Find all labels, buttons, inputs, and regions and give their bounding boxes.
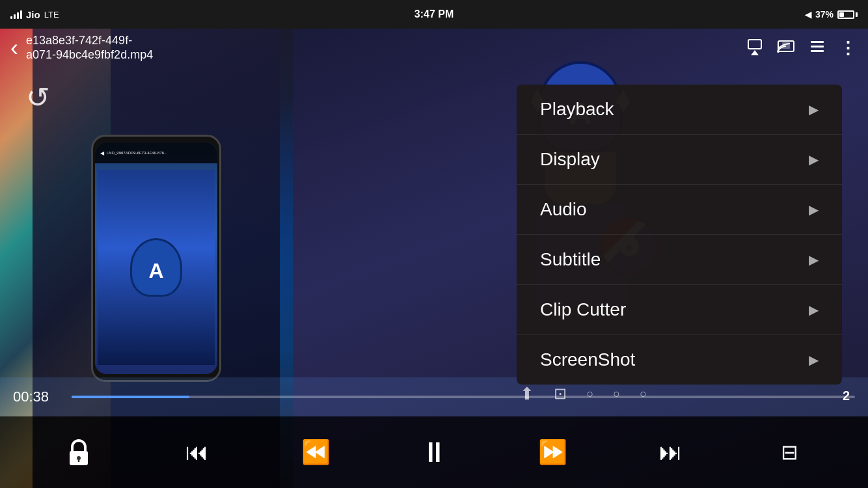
list-button[interactable] [808,37,826,59]
status-bar: Jio LTE 3:47 PM ◀ 37% [0,0,868,29]
top-nav: ‹ e13a8e3f-742f-449f-a071-94bc4e9fbf2d.m… [0,29,868,68]
menu-playback-label: Playback [540,99,614,120]
menu-item-playback[interactable]: Playback ▶ [517,85,842,135]
skip-forward-button[interactable]: ⏭ [651,433,690,472]
zoom-icon[interactable]: ⊡ [554,385,567,403]
bottom-toolbar: ⏮ ⏪ ⏸ ⏩ ⏭ ⊟ [0,416,868,488]
subtitle-chevron: ▶ [809,252,819,267]
menu-audio-label: Audio [540,199,587,220]
rewind-button[interactable]: ⏪ [296,433,335,472]
menu-item-subtitle[interactable]: Subtitle ▶ [517,235,842,285]
dot-icon-2: ○ [613,387,620,401]
phone-screen: ◀ LND_9967ADD9-6F73-4F40-876... A [95,142,217,374]
screenshot-chevron: ▶ [809,352,819,368]
lock-icon [66,437,92,468]
file-name: e13a8e3f-742f-449f-a071-94bc4e9fbf2d.mp4 [26,34,738,62]
dot-icon-1: ○ [586,387,593,401]
menu-clip-cutter-label: Clip Cutter [540,299,626,320]
audio-chevron: ▶ [809,202,819,217]
badge-number: 2 [843,388,850,403]
status-left: Jio LTE [10,9,59,20]
top-nav-icons: ⋮ [746,37,858,59]
network-label: LTE [44,10,59,20]
svg-point-6 [777,50,780,53]
cast-icon [777,37,795,55]
battery-indicator [837,10,858,19]
list-icon [808,37,826,55]
navigation-icon: ◀ [805,10,811,20]
cast-button[interactable] [777,37,795,59]
back-button[interactable]: ‹ [10,34,18,62]
menu-item-screenshot[interactable]: ScreenShot ▶ [517,335,842,385]
airplay-icon [746,37,764,55]
airplay-button[interactable] [746,37,764,59]
skip-forward-icon: ⏭ [659,439,683,466]
svg-rect-7 [782,42,790,49]
pause-icon: ⏸ [420,436,448,468]
layout-icon: ⊟ [781,440,798,465]
lock-button[interactable] [59,433,98,472]
more-button[interactable]: ⋮ [839,38,858,59]
menu-item-display[interactable]: Display ▶ [517,135,842,185]
skip-back-icon: ⏮ [185,439,209,466]
replay-button[interactable]: ↺ [26,81,50,114]
phone-device: ◀ LND_9967ADD9-6F73-4F40-876... A [91,135,221,382]
status-time: 3:47 PM [414,8,454,20]
svg-marker-4 [751,50,759,55]
signal-bars [10,10,22,19]
svg-rect-8 [811,41,824,43]
svg-rect-10 [811,50,824,52]
menu-display-label: Display [540,149,600,170]
clip-cutter-chevron: ▶ [809,302,819,318]
layout-button[interactable]: ⊟ [770,433,809,472]
dot-icon-3: ○ [640,387,647,401]
playback-chevron: ▶ [809,102,819,117]
rewind-icon: ⏪ [301,439,331,466]
status-right: ◀ 37% [805,9,858,20]
carrier-label: Jio [26,9,40,20]
forward-button[interactable]: ⏩ [533,433,572,472]
menu-screenshot-label: ScreenShot [540,349,635,370]
svg-rect-9 [811,46,824,47]
display-chevron: ▶ [809,152,819,167]
battery-percent: 37% [815,9,834,20]
skip-back-button[interactable]: ⏮ [178,433,217,472]
share-icon[interactable]: ⬆ [520,384,534,404]
svg-rect-3 [748,40,761,49]
menu-item-audio[interactable]: Audio ▶ [517,185,842,235]
menu-item-clip-cutter[interactable]: Clip Cutter ▶ [517,285,842,335]
dropdown-menu: Playback ▶ Display ▶ Audio ▶ Subtitle ▶ … [517,85,842,385]
menu-subtitle-label: Subtitle [540,249,601,270]
pause-button[interactable]: ⏸ [414,433,454,472]
forward-icon: ⏩ [538,439,567,466]
